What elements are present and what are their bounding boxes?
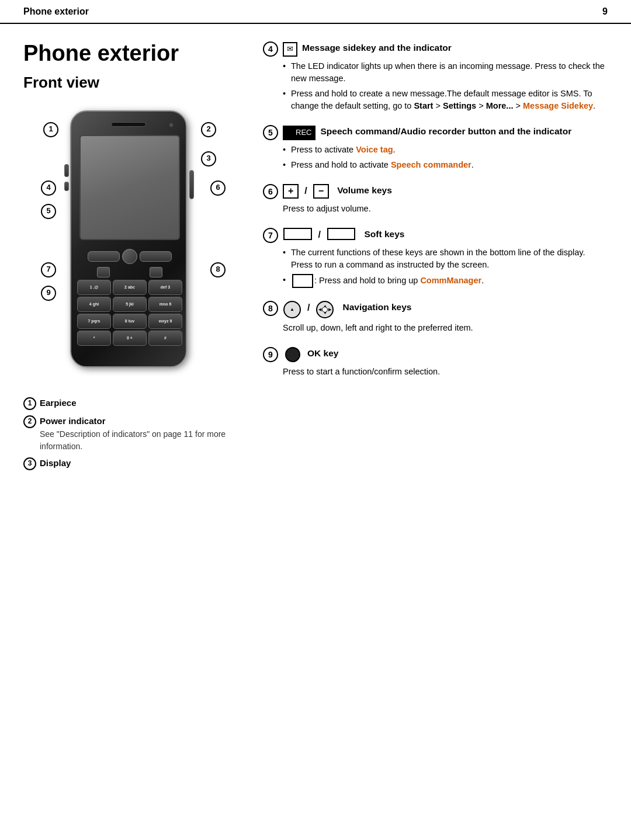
phone-volume-keys bbox=[189, 170, 194, 199]
num-key-9: wxyz 9 bbox=[148, 314, 182, 329]
feature-5-bullets: Press to activate Voice tag. Press and h… bbox=[283, 144, 608, 171]
feature-7-bullet-2: : Press and hold to bring up CommManager… bbox=[283, 274, 608, 287]
page-header: Phone exterior 9 bbox=[0, 0, 631, 24]
feature-4-block: 4 ✉ Message sidekey and the indicator Th… bbox=[263, 41, 608, 112]
feature-4-bullet-1: The LED indicator lights up when there i… bbox=[283, 60, 608, 85]
feature-5-bullet-1: Press to activate Voice tag. bbox=[283, 144, 608, 156]
phone-screen bbox=[79, 135, 180, 240]
section-title: Front view bbox=[23, 72, 245, 94]
message-sidekey-icon: ✉ bbox=[283, 42, 297, 57]
feature-5-header: 5 REC Speech command/Audio recorder butt… bbox=[263, 125, 608, 140]
feature-6-block: 6 + / − Volume keys Press to adjust volu… bbox=[263, 184, 608, 215]
vol-minus-icon: − bbox=[313, 184, 329, 199]
num-key-4: 4 ghi bbox=[77, 297, 111, 312]
feature-num-6: 6 bbox=[263, 184, 278, 199]
feature-8-block: 8 ▲ / ▲ ▼ ◀ ▶ Navigation keys bbox=[263, 301, 608, 334]
num-key-1: 1 .@ bbox=[77, 280, 111, 295]
navkey-slash: / bbox=[307, 301, 310, 314]
num-key-5: 5 jkl bbox=[113, 297, 147, 312]
phone-msg-key bbox=[64, 164, 69, 177]
feature-9-title: OK key bbox=[307, 347, 338, 360]
ok-key-icon bbox=[285, 347, 300, 362]
feature-5-block: 5 REC Speech command/Audio recorder butt… bbox=[263, 125, 608, 171]
feature-8-text: Scroll up, down, left and right to the p… bbox=[283, 322, 608, 334]
num-key-star: * bbox=[77, 331, 111, 346]
feature-4-bullet-2: Press and hold to create a new message.T… bbox=[283, 88, 608, 112]
home-key bbox=[97, 267, 110, 277]
numpad: 1 .@ 2 abc def 3 4 ghi 5 jkl mno 6 7 pqr… bbox=[77, 280, 182, 346]
phone-body: 1 .@ 2 abc def 3 4 ghi 5 jkl mno 6 7 pqr… bbox=[70, 110, 187, 367]
ok-key-visual bbox=[122, 249, 137, 264]
num-key-hash: # bbox=[148, 331, 182, 346]
feature-8-body: Scroll up, down, left and right to the p… bbox=[283, 322, 608, 334]
right-column: 4 ✉ Message sidekey and the indicator Th… bbox=[263, 41, 608, 475]
header-title: Phone exterior bbox=[23, 5, 89, 18]
feature-9-text: Press to start a function/confirm select… bbox=[283, 366, 608, 378]
vol-slash: / bbox=[304, 184, 307, 197]
feature-5-body: Press to activate Voice tag. Press and h… bbox=[283, 144, 608, 171]
feature-6-text: Press to adjust volume. bbox=[283, 203, 608, 215]
feature-6-body: Press to adjust volume. bbox=[283, 203, 608, 215]
feature-4-body: The LED indicator lights up when there i… bbox=[283, 60, 608, 112]
feature-9-body: Press to start a function/confirm select… bbox=[283, 366, 608, 378]
callout-9: 9 bbox=[41, 286, 56, 301]
item-2-label: Power indicator bbox=[40, 416, 106, 426]
callout-2: 2 bbox=[201, 122, 216, 137]
feature-num-5: 5 bbox=[263, 125, 278, 140]
feature-9-header: 9 OK key bbox=[263, 347, 608, 362]
feature-7-header: 7 / Soft keys bbox=[263, 228, 608, 243]
feature-4-bullets: The LED indicator lights up when there i… bbox=[283, 60, 608, 112]
callout-5: 5 bbox=[41, 204, 56, 219]
callout-4: 4 bbox=[41, 181, 56, 196]
callout-8: 8 bbox=[210, 262, 226, 277]
below-phone-items: 1 Earpiece 2 Power indicator See "Descri… bbox=[23, 397, 245, 470]
callout-6: 6 bbox=[210, 181, 226, 196]
nav-key-up-icon: ▲ bbox=[283, 301, 301, 318]
phone-camera bbox=[169, 123, 173, 127]
feature-5-title: Speech command/Audio recorder button and… bbox=[320, 125, 571, 138]
feature-6-title: Volume keys bbox=[337, 184, 392, 197]
soft-nav-row bbox=[77, 249, 182, 264]
callout-7: 7 bbox=[41, 262, 56, 277]
callout-3: 3 bbox=[201, 151, 216, 166]
feature-4-title: Message sidekey and the indicator bbox=[302, 41, 452, 54]
page-title: Phone exterior bbox=[23, 41, 245, 66]
item-2-desc: See "Description of indicators" on page … bbox=[40, 428, 245, 452]
phone-rec-key bbox=[64, 182, 69, 191]
item-num-2: 2 bbox=[23, 415, 36, 428]
soft-key-right-icon bbox=[327, 228, 356, 240]
page: Phone exterior 9 Phone exterior Front vi… bbox=[0, 0, 631, 840]
feature-num-4: 4 bbox=[263, 41, 278, 57]
item-earpiece: 1 Earpiece bbox=[23, 397, 245, 410]
feature-7-bullet-1: The current functions of these keys are … bbox=[283, 247, 608, 271]
back-key bbox=[150, 267, 162, 277]
item-num-1: 1 bbox=[23, 397, 36, 410]
feature-4-header: 4 ✉ Message sidekey and the indicator bbox=[263, 41, 608, 57]
item-num-3: 3 bbox=[23, 457, 36, 470]
rec-dot bbox=[287, 130, 293, 136]
soft-key-left-icon bbox=[283, 228, 312, 240]
feature-8-header: 8 ▲ / ▲ ▼ ◀ ▶ Navigation keys bbox=[263, 301, 608, 318]
callout-1: 1 bbox=[43, 122, 58, 137]
feature-5-bullet-2: Press and hold to activate Speech comman… bbox=[283, 159, 608, 171]
commmanager-key-icon bbox=[292, 274, 313, 287]
softkey-slash: / bbox=[318, 228, 321, 241]
num-key-6: mno 6 bbox=[148, 297, 182, 312]
item-3-label: Display bbox=[40, 458, 71, 468]
item-power-indicator: 2 Power indicator See "Description of in… bbox=[23, 415, 245, 452]
soft-key-right bbox=[140, 251, 172, 262]
item-display: 3 Display bbox=[23, 457, 245, 470]
item-1-label: Earpiece bbox=[40, 398, 77, 408]
left-column: Phone exterior Front view bbox=[23, 41, 245, 475]
feature-7-block: 7 / Soft keys The current functions of t… bbox=[263, 228, 608, 287]
feature-7-body: The current functions of these keys are … bbox=[283, 247, 608, 287]
feature-7-title: Soft keys bbox=[364, 228, 404, 241]
phone-keypad: 1 .@ 2 abc def 3 4 ghi 5 jkl mno 6 7 pqr… bbox=[77, 249, 182, 346]
feature-num-7: 7 bbox=[263, 228, 278, 243]
vol-plus-icon: + bbox=[283, 184, 299, 199]
header-page-num: 9 bbox=[602, 5, 608, 18]
feature-9-block: 9 OK key Press to start a function/confi… bbox=[263, 347, 608, 378]
nav-key-all-icon: ▲ ▼ ◀ ▶ bbox=[316, 301, 334, 318]
num-key-8: 8 tuv bbox=[113, 314, 147, 329]
phone-diagram: 1 .@ 2 abc def 3 4 ghi 5 jkl mno 6 7 pqr… bbox=[41, 105, 228, 385]
